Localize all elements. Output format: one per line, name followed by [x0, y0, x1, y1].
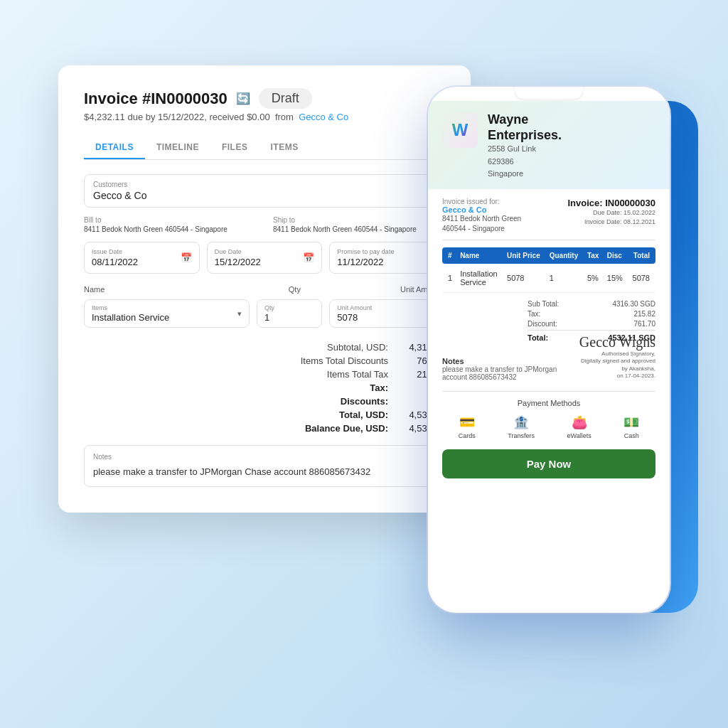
- authorised-label: Authorised Signatory,Digitally signed an…: [577, 350, 655, 380]
- totals-section: Subtotal, USD: 4,316.30 Items Total Disc…: [84, 336, 445, 434]
- col-price: Unit Price: [503, 247, 546, 264]
- customer-field[interactable]: Customers Gecco & Co: [84, 174, 445, 208]
- dropdown-arrow-icon: ▾: [237, 309, 242, 318]
- company-address: 2558 Gul Link629386Singapore: [488, 143, 562, 181]
- signature-block: Gecco Wigns Authorised Signatory,Digital…: [577, 334, 655, 380]
- item-name-field[interactable]: Items Installation Service ▾: [84, 299, 250, 328]
- col-disc: Disc: [604, 247, 628, 264]
- phone-notch: [513, 87, 584, 101]
- cash-icon: 💵: [623, 414, 639, 430]
- col-name: Name: [456, 247, 503, 264]
- phone-shell: W WayneEnterprises. 2558 Gul Link629386S…: [428, 87, 670, 613]
- calendar-icon-due: 📅: [303, 252, 314, 263]
- phone-wrapper: W WayneEnterprises. 2558 Gul Link629386S…: [428, 87, 684, 641]
- date-row: Issue Date 08/11/2022 📅 Due Date 15/12/2…: [84, 242, 445, 274]
- col-tax: Tax: [584, 247, 604, 264]
- phone-subtotal-row: Sub Total: 4316.30 SGD: [528, 300, 655, 308]
- notes-section: Notes please make a transfer to JPMorgan…: [84, 445, 445, 487]
- tab-timeline[interactable]: TIMELINE: [145, 136, 210, 159]
- phone-content: W WayneEnterprises. 2558 Gul Link629386S…: [428, 101, 670, 610]
- company-info: WayneEnterprises. 2558 Gul Link629386Sin…: [488, 112, 562, 181]
- pay-method-cash[interactable]: 💵 Cash: [623, 414, 639, 439]
- payment-section: Payment Methods 💳 Cards 🏦 Transfers 👛: [442, 391, 655, 478]
- ship-to: Ship to 8411 Bedok North Green 460544 - …: [273, 216, 445, 233]
- tabs-bar: DETAILS TIMELINE FILES ITEMS: [84, 136, 445, 160]
- bill-to: Bill to 8411 Bedok North Green 460544 - …: [84, 216, 256, 233]
- due-date-field[interactable]: Due Date 15/12/2022 📅: [207, 242, 323, 274]
- refresh-icon[interactable]: 🔄: [236, 92, 250, 105]
- tab-files[interactable]: FILES: [210, 136, 259, 159]
- item-qty-field[interactable]: Qty 1: [257, 299, 322, 328]
- invoice-subtitle: $4,232.11 due by 15/12/2022, received $0…: [84, 112, 445, 122]
- item-row: Items Installation Service ▾ Qty 1 Unit …: [84, 299, 445, 328]
- payment-title: Payment Methods: [442, 399, 655, 407]
- customer-label: Customers: [93, 181, 436, 188]
- pay-method-cards[interactable]: 💳 Cards: [459, 414, 476, 439]
- company-logo: W: [442, 112, 478, 148]
- invoice-card: Invoice #IN0000030 🔄 Draft $4,232.11 due…: [58, 65, 471, 513]
- ewallets-icon: 👛: [572, 414, 587, 430]
- pay-method-ewallets[interactable]: 👛 eWallets: [567, 414, 591, 439]
- invoice-title: Invoice #IN0000030: [84, 90, 228, 108]
- cards-icon: 💳: [459, 414, 475, 430]
- draft-badge: Draft: [259, 88, 312, 109]
- customer-value: Gecco & Co: [93, 190, 436, 201]
- logo-letter: W: [452, 120, 469, 140]
- phone-notes: Notes please make a transfer to JPMorgan…: [442, 357, 577, 381]
- invoice-table: # Name Unit Price Quantity Tax Disc Tota…: [442, 247, 655, 293]
- transfers-icon: 🏦: [513, 414, 529, 430]
- tab-details[interactable]: DETAILS: [84, 136, 145, 159]
- company-header: W WayneEnterprises. 2558 Gul Link629386S…: [428, 101, 670, 189]
- calendar-icon-issue: 📅: [181, 252, 192, 263]
- col-num: #: [442, 247, 456, 264]
- pay-method-transfers[interactable]: 🏦 Transfers: [508, 414, 535, 439]
- pay-now-button[interactable]: Pay Now: [442, 449, 655, 478]
- address-row: Bill to 8411 Bedok North Green 460544 - …: [84, 216, 445, 233]
- table-row: 1 InstallationService 5078 1 5% 15% 5078: [442, 264, 655, 293]
- tab-items[interactable]: ITEMS: [259, 136, 309, 159]
- invoice-for-block: Invoice issued for: Gecco & Co 8411 Bedo…: [442, 198, 521, 234]
- col-total: Total: [628, 247, 655, 264]
- phone-discount-row: Discount: 761.70: [528, 320, 655, 328]
- items-header: Name Qty Unit Amount,: [84, 285, 445, 299]
- col-qty: Quantity: [546, 247, 584, 264]
- invoice-info-row: Invoice issued for: Gecco & Co 8411 Bedo…: [442, 189, 655, 240]
- invoice-number-block: Invoice: IN00000030 Due Date: 15.02.2022…: [567, 198, 655, 228]
- company-name: WayneEnterprises.: [488, 112, 562, 143]
- issue-date-field[interactable]: Issue Date 08/11/2022 📅: [84, 242, 200, 274]
- payment-methods: 💳 Cards 🏦 Transfers 👛 eWallets 💵: [442, 414, 655, 439]
- phone-tax-row: Tax: 215.82: [528, 310, 655, 318]
- signature: Gecco Wigns: [577, 334, 655, 350]
